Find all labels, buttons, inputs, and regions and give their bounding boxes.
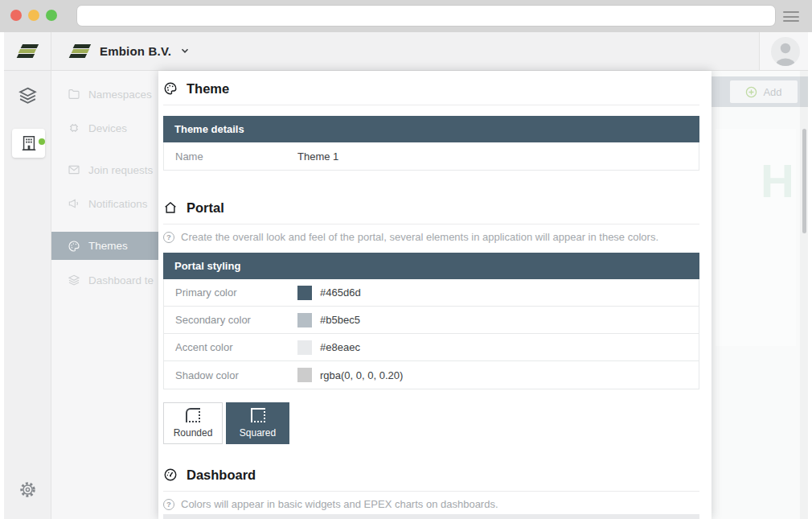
row-label: Accent color — [175, 341, 297, 353]
theme-section-header: Theme — [163, 79, 699, 98]
theme-preview-letter: H — [761, 158, 794, 204]
scrollbar-track — [800, 71, 808, 519]
row-value: #465d6d — [320, 286, 361, 299]
portal-help-text: Create the overall look and feel of the … — [181, 231, 658, 243]
add-button[interactable]: Add — [730, 80, 798, 103]
app-header: Embion B.V. — [4, 32, 808, 71]
gauge-icon — [163, 468, 178, 482]
address-bar[interactable] — [76, 5, 776, 27]
accent-color-row[interactable]: Accent color #e8eaec — [164, 334, 699, 361]
avatar[interactable] — [771, 37, 800, 66]
layers-icon — [68, 274, 80, 286]
megaphone-icon — [68, 197, 80, 210]
secondary-color-row[interactable]: Secondary color #b5bec5 — [164, 307, 699, 334]
sidebar-item-label: Devices — [88, 122, 127, 134]
section-title-theme: Theme — [187, 81, 229, 97]
dashboard-help-text: Colors will appear in basic widgets and … — [181, 498, 498, 510]
theme-palette-icon — [163, 81, 178, 96]
folder-icon — [68, 88, 80, 101]
building-icon — [20, 134, 38, 152]
row-value: #b5bec5 — [320, 314, 360, 326]
org-switcher[interactable]: Embion B.V. — [70, 43, 189, 59]
corner-style-toggle: Rounded Squared — [163, 402, 699, 444]
table-header-theme-details: Theme details — [163, 116, 699, 142]
browser-menu-icon[interactable] — [783, 11, 799, 22]
color-swatch — [297, 286, 312, 300]
sidebar-item-label: Namespaces — [88, 89, 152, 101]
row-label: Secondary color — [175, 314, 297, 326]
org-logo-icon — [70, 43, 90, 59]
gear-icon[interactable] — [18, 480, 37, 499]
table-header-portal-styling: Portal styling — [163, 253, 699, 279]
online-status-dot — [39, 138, 45, 145]
divider — [163, 105, 699, 105]
sidebar-item-label: Notifications — [88, 198, 148, 210]
palette-icon — [68, 240, 80, 253]
rounded-label: Rounded — [174, 427, 213, 439]
org-name: Embion B.V. — [100, 44, 171, 58]
background-page: Add H — [712, 71, 808, 519]
rounded-corners-button[interactable]: Rounded — [163, 402, 223, 444]
sidebar-logo-cell — [4, 32, 51, 71]
app-window: Embion B.V. — [0, 0, 812, 519]
color-swatch — [297, 368, 312, 382]
background-toolbar: Add — [712, 76, 808, 107]
theme-panel: Theme Theme details Name Theme 1 Portal — [158, 71, 712, 519]
dashboard-help: Colors will appear in basic widgets and … — [163, 498, 699, 510]
color-swatch — [297, 313, 312, 327]
primary-color-row[interactable]: Primary color #465d6d — [164, 279, 699, 307]
avatar-section — [759, 32, 808, 70]
close-button[interactable] — [10, 10, 22, 21]
squared-corner-icon — [251, 408, 265, 422]
row-value: rgba(0, 0, 0, 0.20) — [320, 369, 403, 381]
color-swatch — [297, 340, 312, 355]
row-label: Primary color — [175, 286, 297, 299]
chevron-down-icon — [181, 47, 189, 55]
theme-details-table: Theme details Name Theme 1 — [163, 116, 699, 171]
add-button-label: Add — [763, 86, 781, 98]
background-card: H — [716, 129, 796, 346]
browser-chrome — [0, 0, 812, 32]
namespaces-layers-icon[interactable] — [18, 85, 38, 105]
maximize-button[interactable] — [46, 10, 57, 21]
next-section-edge — [163, 514, 699, 519]
portal-styling-table: Portal styling Primary color #465d6d Sec… — [163, 253, 699, 389]
rounded-corner-icon — [186, 408, 200, 422]
mail-icon — [68, 163, 80, 176]
minimize-button[interactable] — [28, 10, 39, 21]
scrollbar-thumb[interactable] — [802, 129, 806, 233]
sidebar-item-label: Join requests — [88, 164, 153, 176]
squared-corners-button[interactable]: Squared — [226, 402, 289, 444]
help-icon — [163, 232, 174, 243]
section-title-portal: Portal — [187, 200, 224, 216]
app-logo-icon — [18, 43, 38, 59]
icon-rail — [4, 71, 51, 519]
row-value: #e8eaec — [320, 341, 360, 353]
dashboard-section-header: Dashboard — [163, 465, 699, 484]
divider — [163, 224, 699, 224]
home-icon — [163, 200, 178, 215]
theme-name-row[interactable]: Name Theme 1 — [164, 142, 699, 170]
shadow-color-row[interactable]: Shadow color rgba(0, 0, 0, 0.20) — [164, 361, 699, 389]
sidebar-item-label: Themes — [88, 240, 128, 252]
section-title-dashboard: Dashboard — [187, 468, 256, 483]
squared-label: Squared — [240, 427, 276, 439]
window-controls — [10, 10, 57, 21]
help-icon — [163, 499, 174, 510]
sidebar-item-label: Dashboard te — [88, 274, 154, 286]
row-label: Shadow color — [175, 369, 297, 381]
divider — [163, 491, 699, 492]
name-value: Theme 1 — [297, 150, 338, 163]
plus-circle-icon — [745, 86, 757, 98]
name-label: Name — [175, 150, 297, 163]
portal-help: Create the overall look and feel of the … — [163, 231, 699, 243]
chip-icon — [68, 122, 80, 134]
portal-section-header: Portal — [163, 198, 699, 217]
